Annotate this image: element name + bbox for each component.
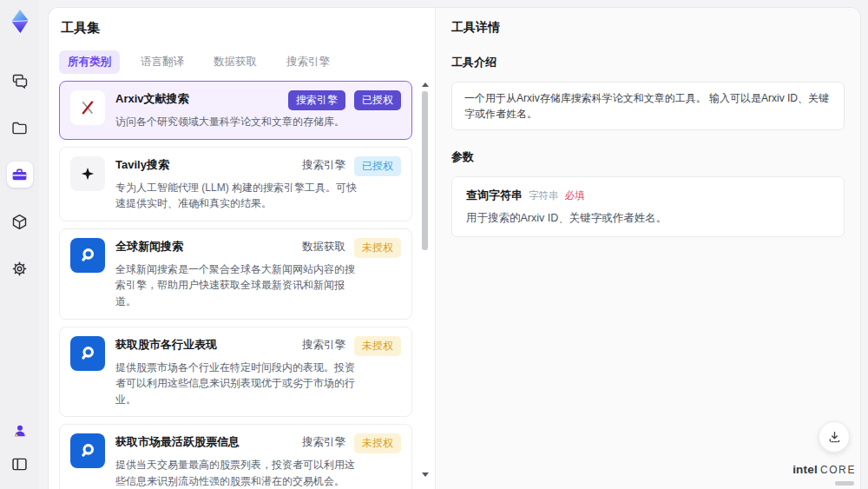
tool-card[interactable]: 全球新闻搜索 数据获取 未授权 全球新闻搜索是一个聚合全球各大新闻网站内容的搜索… [59,228,412,320]
chat-icon [10,72,29,90]
sidebar-item-account[interactable] [7,418,33,444]
brand-intel: intel [792,463,818,476]
download-button[interactable] [819,421,850,453]
search-blue-icon [70,336,105,371]
tool-description: 提供当天交易量最高的股票列表，投资者可以利用这些信息来识别流动性强的股票和潜在的… [115,457,362,489]
auth-status-badge: 已授权 [354,156,401,176]
sidebar-item-chat[interactable] [7,68,33,94]
auth-status-badge: 未授权 [354,238,401,258]
toolbox-icon [10,166,29,184]
tool-description: 专为人工智能代理 (LLM) 构建的搜索引擎工具。可快速提供实时、准确和真实的结… [115,180,362,212]
sidebar-item-settings[interactable] [7,255,33,281]
tool-list: Arxiv文献搜索 搜索引擎 已授权 访问各个研究领域大量科学论文和文章的存储库… [59,81,412,489]
params-list: 查询字符串 字符串 必填 用于搜索的Arxiv ID、关键字或作者姓名。 [451,176,845,237]
param-name: 查询字符串 [466,188,523,203]
toolset-title: 工具集 [61,20,435,36]
tool-name: 全球新闻搜索 [115,238,183,254]
tool-card[interactable]: Tavily搜索 搜索引擎 已授权 专为人工智能代理 (LLM) 构建的搜索引擎… [59,147,412,221]
tool-description: 访问各个研究领域大量科学论文和文章的存储库。 [115,114,362,130]
main-window: 工具集 所有类别 语言翻译 数据获取 搜索引擎 Arxiv文献搜索 [48,7,861,489]
brand-core: CORE [820,464,856,476]
auth-status-badge: 未授权 [354,433,401,453]
sidebar-item-panel-toggle[interactable] [7,451,33,477]
tool-name: 获取市场最活跃股票信息 [115,433,240,450]
brand-sub-mark [835,481,854,486]
panel-toggle-icon [10,455,29,473]
tool-category-tag: 搜索引擎 [302,156,345,173]
sidebar-item-plugins[interactable] [7,208,33,235]
category-tab[interactable]: 语言翻译 [132,50,193,74]
search-blue-icon [70,238,105,273]
tool-description: 提供股票市场各个行业在特定时间段内的表现。投资者可以利用这些信息来识别表现优于或… [115,360,362,408]
category-tab[interactable]: 所有类别 [59,50,120,74]
intel-core-logo: intelCORE [792,461,856,477]
auth-status-badge: 已授权 [354,90,401,110]
download-icon [826,429,843,446]
detail-title: 工具详情 [451,20,845,36]
auth-status-badge: 未授权 [354,336,401,356]
scrollbar-thumb[interactable] [422,91,428,250]
settings-icon [10,260,29,278]
tool-card[interactable]: 获取股市各行业表现 搜索引擎 未授权 提供股票市场各个行业在特定时间段内的表现。… [59,327,412,418]
intro-heading: 工具介绍 [451,55,845,70]
tool-category-tag: 数据获取 [302,238,345,254]
tool-detail-pane: 工具详情 工具介绍 一个用于从Arxiv存储库搜索科学论文和文章的工具。 输入可… [435,8,860,489]
category-tab[interactable]: 搜索引擎 [278,50,339,74]
params-heading: 参数 [451,149,845,165]
toolset-pane: 工具集 所有类别 语言翻译 数据获取 搜索引擎 Arxiv文献搜索 [49,8,435,489]
tool-category-tag: 搜索引擎 [302,433,345,450]
gem-logo [8,9,32,35]
param-type: 字符串 [529,189,559,202]
param-required-flag: 必填 [565,189,585,202]
intro-text: 一个用于从Arxiv存储库搜索科学论文和文章的工具。 输入可以是Arxiv ID… [451,82,845,130]
package-icon [10,213,29,231]
category-tab[interactable]: 数据获取 [205,50,266,74]
search-blue-icon [70,433,105,468]
tool-name: Arxiv文献搜索 [115,90,189,107]
param-card: 查询字符串 字符串 必填 用于搜索的Arxiv ID、关键字或作者姓名。 [451,176,845,237]
user-icon [11,422,29,439]
tool-name: Tavily搜索 [115,156,169,173]
tool-description: 全球新闻搜索是一个聚合全球各大新闻网站内容的搜索引擎，帮助用户快速获取全球最新资… [115,261,362,310]
scroll-up-arrow[interactable] [422,83,429,87]
sidebar-item-tools[interactable] [7,162,33,188]
tool-category-tag: 搜索引擎 [302,336,345,353]
sidebar-item-files[interactable] [7,115,33,141]
param-description: 用于搜索的Arxiv ID、关键字或作者姓名。 [466,211,830,226]
category-tabs: 所有类别 语言翻译 数据获取 搜索引擎 [59,50,435,74]
app-sidebar [0,0,39,489]
sparkle-icon [70,156,105,191]
tool-category-tag: 搜索引擎 [288,90,345,110]
arxiv-icon [70,90,105,125]
folder-icon [10,119,29,137]
tool-list-scrollbar [421,83,430,477]
tool-card[interactable]: Arxiv文献搜索 搜索引擎 已授权 访问各个研究领域大量科学论文和文章的存储库… [59,81,412,140]
tool-card[interactable]: 获取市场最活跃股票信息 搜索引擎 未授权 提供当天交易量最高的股票列表，投资者可… [59,424,412,489]
scroll-down-arrow[interactable] [422,472,429,477]
tool-name: 获取股市各行业表现 [115,336,217,353]
